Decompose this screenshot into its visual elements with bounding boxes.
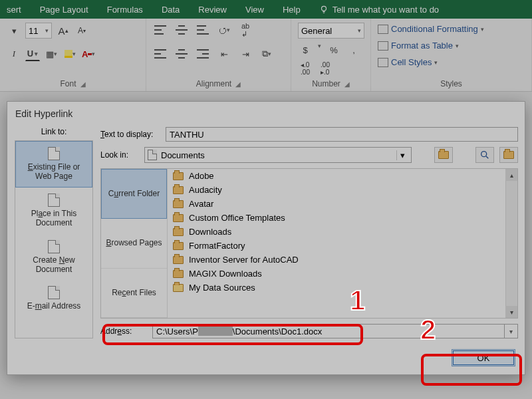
align-left-icon[interactable]	[153, 47, 168, 61]
chevron-down-icon: ▾	[318, 43, 321, 57]
list-item[interactable]: Inventor Server for AutoCAD	[168, 253, 517, 267]
scrollbar[interactable]: ▴ ▾	[505, 169, 517, 318]
tab-browsed-pages[interactable]: Browsed Pages	[101, 219, 167, 268]
list-item[interactable]: Adobe	[168, 169, 517, 183]
edit-hyperlink-dialog: Edit Hyperlink Link to: Existing File or…	[7, 101, 525, 375]
fill-color-button[interactable]: ▾	[63, 47, 77, 61]
file-name: Adobe	[189, 171, 214, 181]
browse-web-button[interactable]	[475, 147, 494, 163]
conditional-formatting-icon	[378, 25, 388, 34]
ok-button[interactable]: OK	[452, 349, 515, 366]
new-document-icon	[48, 240, 60, 253]
svg-point-0	[321, 6, 326, 11]
font-size-value: 11	[29, 26, 38, 36]
decrease-font-icon[interactable]: A▾	[74, 23, 89, 38]
folder-icon	[173, 256, 184, 264]
browse-file-button[interactable]	[499, 147, 518, 163]
address-dropdown-icon[interactable]: ▾	[505, 324, 518, 338]
increase-decimal-icon[interactable]: ◂.0.00	[298, 61, 313, 76]
dialog-launcher-icon[interactable]: ◢	[80, 80, 86, 88]
tab-recent-files[interactable]: Recent Files	[101, 269, 167, 318]
decrease-indent-icon[interactable]: ⇤	[217, 47, 231, 61]
ribbon-tab-review[interactable]: Review	[198, 5, 227, 15]
number-format-select[interactable]: General ▾	[298, 23, 364, 39]
cell-styles-button[interactable]: Cell Styles▾	[378, 57, 438, 67]
increase-font-icon[interactable]: A▴	[56, 23, 70, 38]
scroll-down-icon[interactable]: ▾	[505, 306, 517, 318]
file-name: Downloads	[189, 227, 231, 237]
group-font: ▾ 11 ▾ A▴ A▾ I U▾ ▦▾ ▾ A▾ Font◢	[0, 19, 146, 91]
chevron-down-icon: ▾	[45, 27, 49, 34]
wrap-text-icon[interactable]: ab↲	[238, 23, 253, 37]
merge-center-icon[interactable]: ⧉▾	[259, 47, 274, 61]
format-as-table-label: Format as Table	[391, 41, 453, 51]
number-format-value: General	[301, 26, 332, 36]
link-to-panel: Existing File or Web Page Place in This …	[15, 140, 93, 338]
italic-serif-icon[interactable]: I	[7, 47, 21, 61]
dialog-launcher-icon[interactable]: ◢	[235, 80, 241, 88]
format-as-table-button[interactable]: Format as Table▾	[378, 41, 459, 51]
align-bottom-icon[interactable]	[196, 23, 210, 37]
ribbon-tab-help[interactable]: Help	[283, 5, 301, 15]
group-alignment: ⭯▾ ab↲ ⇤ ⇥ ⧉▾ Alignment◢	[146, 19, 291, 91]
accounting-format-icon[interactable]: $	[298, 43, 313, 57]
linkto-existing-file[interactable]: Existing File or Web Page	[15, 141, 92, 188]
increase-indent-icon[interactable]: ⇥	[238, 47, 253, 61]
look-in-label: Look in:	[100, 150, 139, 160]
linkto-create-new[interactable]: Create New Document	[15, 234, 92, 281]
document-icon	[48, 194, 60, 207]
list-item[interactable]: Audacity	[168, 183, 517, 197]
dialog-launcher-icon[interactable]: ◢	[344, 80, 350, 88]
tell-me-label: Tell me what you want to do	[332, 5, 439, 15]
ribbon-tab-data[interactable]: Data	[162, 5, 180, 15]
folder-icon	[173, 228, 184, 236]
scroll-up-icon[interactable]: ▴	[505, 169, 517, 181]
ribbon-tab-page-layout[interactable]: Page Layout	[40, 5, 88, 15]
list-item[interactable]: Downloads	[168, 225, 517, 239]
up-one-level-button[interactable]	[434, 147, 453, 163]
font-size-select[interactable]: 11 ▾	[25, 23, 52, 39]
font-picker-caret[interactable]: ▾	[7, 23, 21, 38]
decrease-decimal-icon[interactable]: .00▸.0	[318, 61, 332, 76]
align-top-icon[interactable]	[153, 23, 168, 37]
look-in-value: Documents	[161, 150, 205, 160]
align-middle-icon[interactable]	[174, 23, 189, 37]
ribbon-body: ▾ 11 ▾ A▴ A▾ I U▾ ▦▾ ▾ A▾ Font◢ ⭯▾	[0, 19, 532, 92]
linkto-email-label: E-mail Address	[27, 301, 81, 311]
linkto-place-in-doc[interactable]: Place in This Document	[15, 188, 92, 234]
group-styles-title: Styles	[378, 78, 525, 90]
underline-button[interactable]: U▾	[25, 47, 40, 61]
folder-icon	[173, 186, 184, 194]
file-name: Avatar	[189, 199, 213, 209]
conditional-formatting-button[interactable]: Conditional Formatting▾	[378, 24, 484, 34]
address-input[interactable]: C:\Users\P \Documents\Doc1.docx	[152, 324, 505, 338]
ribbon-tabs: sert Page Layout Formulas Data Review Vi…	[0, 0, 532, 19]
tab-current-folder[interactable]: Current Folder	[101, 169, 167, 219]
folder-icon	[173, 214, 184, 222]
align-right-icon[interactable]	[196, 47, 210, 61]
percent-format-icon[interactable]: %	[327, 43, 341, 57]
ribbon-tab-view[interactable]: View	[245, 5, 264, 15]
file-name: Inventor Server for AutoCAD	[189, 255, 299, 265]
align-center-icon[interactable]	[174, 47, 189, 61]
ribbon-tab-insert[interactable]: sert	[7, 5, 21, 15]
look-in-select[interactable]: Documents ▾	[144, 147, 412, 163]
folder-icon	[173, 270, 184, 278]
linkto-email[interactable]: E-mail Address	[15, 280, 92, 317]
file-name: MAGIX Downloads	[189, 269, 262, 279]
list-item[interactable]: MAGIX Downloads	[168, 267, 517, 281]
browse-web-icon	[479, 150, 490, 160]
text-to-display-input[interactable]	[166, 127, 518, 142]
ribbon-tab-formulas[interactable]: Formulas	[107, 5, 143, 15]
border-button[interactable]: ▦▾	[44, 47, 59, 61]
list-item[interactable]: Custom Office Templates	[168, 211, 517, 225]
list-item[interactable]: Avatar	[168, 197, 517, 211]
tell-me-search[interactable]: Tell me what you want to do	[319, 5, 439, 15]
orientation-icon[interactable]: ⭯▾	[217, 23, 231, 37]
comma-format-icon[interactable]: ,	[346, 43, 361, 57]
list-item[interactable]: FormatFactory	[168, 239, 517, 253]
font-color-button[interactable]: A▾	[81, 47, 96, 61]
file-list[interactable]: Adobe Audacity Avatar Custom Office Temp…	[168, 169, 517, 318]
list-item[interactable]: My Data Sources	[168, 281, 517, 295]
email-icon	[48, 286, 60, 299]
